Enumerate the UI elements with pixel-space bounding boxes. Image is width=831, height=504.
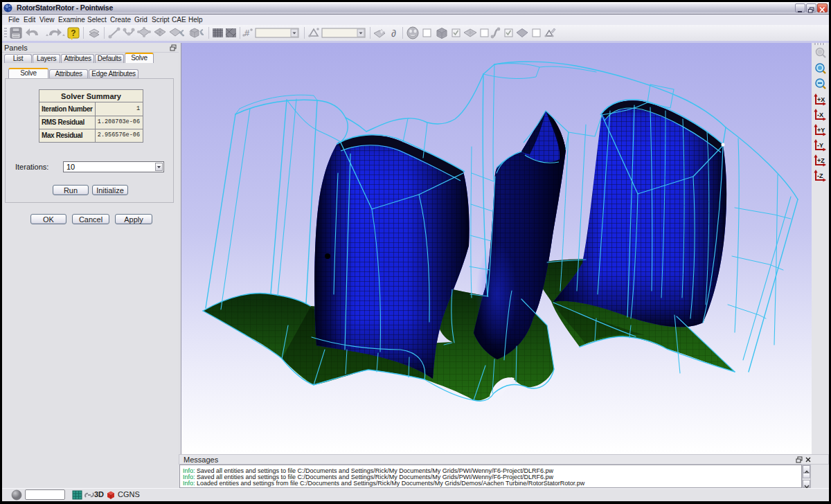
svg-text:+X: +X <box>817 96 825 103</box>
svg-text:?: ? <box>71 28 75 38</box>
svg-text:∂: ∂ <box>391 28 396 39</box>
svg-text:-X: -X <box>817 111 823 118</box>
svg-text:-Z: -Z <box>817 172 823 179</box>
svg-text:+Z: +Z <box>817 157 825 164</box>
svg-text:-Y: -Y <box>817 142 823 149</box>
svg-text:#: # <box>244 28 250 38</box>
svg-text:+Y: +Y <box>817 127 825 134</box>
